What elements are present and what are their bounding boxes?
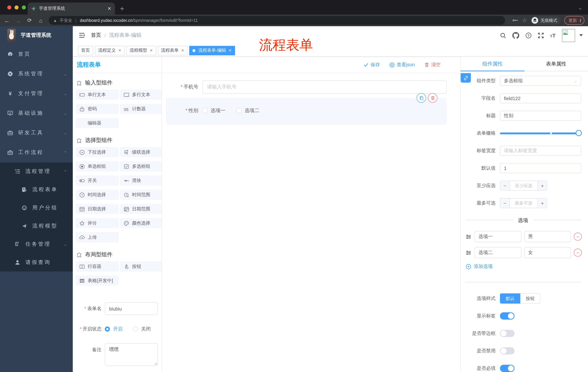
grid-slider[interactable] bbox=[500, 128, 581, 138]
palette-item[interactable]: 多行文本 bbox=[120, 90, 162, 100]
tab-component-props[interactable]: 组件属性 bbox=[461, 57, 524, 71]
form-remark-textarea[interactable]: 嘿嘿 bbox=[105, 343, 158, 366]
tag-process-def[interactable]: 流程定义✕ bbox=[95, 46, 125, 55]
browser-tab[interactable]: 芋道管理系统 ✕ bbox=[28, 2, 115, 15]
sidebar-item-home[interactable]: 首页 bbox=[0, 44, 73, 64]
minus-button[interactable]: − bbox=[500, 198, 510, 208]
tag-close-icon[interactable]: ✕ bbox=[150, 48, 153, 53]
update-button[interactable]: 更新 ••• bbox=[565, 16, 584, 25]
show-label-switch[interactable] bbox=[500, 312, 514, 319]
palette-item[interactable]: 按钮 bbox=[120, 261, 162, 272]
forward-icon[interactable]: → bbox=[15, 17, 21, 23]
drag-handle-icon[interactable] bbox=[465, 234, 472, 240]
tab-form-props[interactable]: 表单属性 bbox=[524, 57, 588, 71]
option-value-input[interactable]: 男 bbox=[524, 231, 571, 242]
border-switch[interactable] bbox=[500, 330, 514, 337]
sidebar-toggle-icon[interactable] bbox=[73, 32, 91, 39]
required-switch[interactable] bbox=[500, 365, 514, 372]
label-width-input[interactable]: 请输入标签宽度 bbox=[500, 146, 581, 156]
key-icon[interactable] bbox=[513, 18, 518, 23]
option-label-input[interactable]: 选项一 bbox=[474, 231, 521, 242]
avatar[interactable] bbox=[562, 29, 575, 42]
palette-item[interactable]: 级联选择 bbox=[120, 147, 162, 157]
tag-process-form-edit[interactable]: 流程表单-编辑✕ bbox=[189, 46, 235, 55]
palette-item[interactable]: 日期范围 bbox=[120, 204, 162, 214]
status-on-radio[interactable]: 开启 bbox=[105, 323, 123, 335]
tab-search-chevron-icon[interactable]: ⌄ bbox=[578, 5, 582, 11]
remove-option-button[interactable]: − bbox=[574, 233, 582, 241]
github-icon[interactable] bbox=[512, 32, 519, 39]
disabled-switch[interactable] bbox=[500, 347, 514, 354]
form-name-input[interactable]: biubiu bbox=[105, 302, 158, 315]
sidebar-item-process-model[interactable]: 流程模型 bbox=[0, 217, 73, 235]
sidebar-item-infra[interactable]: 基础设施 ⌄ bbox=[0, 103, 73, 123]
add-option-button[interactable]: 添加选项 bbox=[466, 263, 588, 270]
palette-item[interactable]: 评分 bbox=[76, 218, 119, 228]
reload-icon[interactable]: ⟳ bbox=[26, 17, 33, 24]
breadcrumb-home[interactable]: 首页 bbox=[91, 32, 101, 39]
min-select-stepper[interactable]: −至少应选+ bbox=[500, 181, 547, 191]
plus-button[interactable]: + bbox=[537, 198, 547, 208]
style-button-button[interactable]: 按钮 bbox=[520, 293, 540, 304]
palette-item[interactable]: 行容器 bbox=[76, 261, 119, 272]
plus-button[interactable]: + bbox=[537, 181, 547, 190]
maximize-window-button[interactable] bbox=[22, 5, 26, 10]
option2-checkbox[interactable]: 选项二 bbox=[236, 107, 259, 114]
copy-component-button[interactable] bbox=[417, 93, 426, 103]
sidebar-item-task-mgmt[interactable]: 任务管理 ⌄ bbox=[0, 235, 73, 253]
save-button[interactable]: 保存 bbox=[364, 62, 380, 68]
palette-item[interactable]: 时间范围 bbox=[120, 190, 162, 200]
bookmark-star-icon[interactable]: ☆ bbox=[522, 17, 527, 24]
palette-item[interactable]: 密码 bbox=[76, 104, 119, 114]
form-canvas[interactable]: 手机号 请输入手机号 性别 选项一 选项二 bbox=[162, 73, 460, 372]
palette-item[interactable]: 上传 bbox=[76, 232, 119, 242]
sidebar-item-leave-query[interactable]: 请假查询 bbox=[0, 253, 73, 272]
tag-close-icon[interactable]: ✕ bbox=[118, 48, 121, 53]
delete-component-button[interactable] bbox=[428, 93, 437, 103]
title-input[interactable]: 性别 bbox=[500, 111, 581, 121]
minus-button[interactable]: − bbox=[500, 181, 510, 190]
palette-item[interactable]: 开关 bbox=[76, 175, 119, 186]
option-value-input[interactable]: 女 bbox=[524, 247, 571, 258]
sidebar-item-system[interactable]: 系统管理 ⌄ bbox=[0, 64, 73, 84]
status-off-radio[interactable]: 关闭 bbox=[133, 323, 151, 335]
link-badge[interactable] bbox=[461, 73, 471, 83]
question-icon[interactable]: ? bbox=[525, 32, 531, 38]
palette-item[interactable]: 编辑器 bbox=[76, 118, 119, 128]
style-default-button[interactable]: 默认 bbox=[500, 293, 520, 304]
phone-field-row[interactable]: 手机号 请输入手机号 bbox=[166, 80, 447, 94]
avatar-caret-icon[interactable] bbox=[579, 34, 583, 36]
browser-menu-icon[interactable]: ••• bbox=[580, 19, 581, 22]
tag-close-icon[interactable]: ✕ bbox=[181, 48, 184, 53]
font-size-icon[interactable]: TT bbox=[550, 32, 556, 38]
tag-process-form[interactable]: 流程表单✕ bbox=[158, 46, 188, 55]
option-label-input[interactable]: 选项二 bbox=[474, 247, 521, 258]
address-bar[interactable]: ▲ 不安全 dashboard.yudao.iocoder.cn/bpm/man… bbox=[49, 16, 505, 25]
home-icon[interactable]: ⌂ bbox=[37, 17, 44, 23]
palette-item[interactable]: 多选框组 bbox=[120, 161, 162, 171]
component-type-select[interactable]: 多选框组⌄ bbox=[500, 76, 581, 86]
window-controls[interactable] bbox=[7, 5, 26, 10]
view-json-button[interactable]: 查看json bbox=[389, 62, 415, 68]
drag-handle-icon[interactable] bbox=[465, 250, 472, 256]
sidebar-item-process-mgmt[interactable]: 流程管理 ⌃ bbox=[0, 162, 73, 181]
back-icon[interactable]: ← bbox=[4, 17, 10, 23]
palette-item[interactable]: 日期选择 bbox=[76, 204, 119, 214]
tag-home[interactable]: 首页 bbox=[78, 46, 93, 55]
selected-component-gender[interactable]: 性别 选项一 选项二 bbox=[166, 98, 447, 125]
palette-item[interactable]: 滑块 bbox=[120, 175, 162, 186]
tag-close-icon[interactable]: ✕ bbox=[229, 48, 231, 53]
palette-item[interactable]: 时间选择 bbox=[76, 190, 119, 200]
default-value-input[interactable]: 1 bbox=[500, 163, 581, 173]
slider-handle[interactable] bbox=[576, 130, 582, 136]
palette-item[interactable]: 单选框组 bbox=[76, 161, 119, 171]
phone-input[interactable]: 请输入手机号 bbox=[202, 80, 447, 94]
fullscreen-icon[interactable] bbox=[538, 32, 544, 38]
close-window-button[interactable] bbox=[7, 5, 11, 10]
sidebar-item-workflow[interactable]: 工作流程 ⌃ bbox=[0, 143, 73, 162]
tab-close-icon[interactable]: ✕ bbox=[107, 6, 111, 11]
search-icon[interactable] bbox=[500, 32, 506, 38]
max-select-stepper[interactable]: −最多可选+ bbox=[500, 198, 547, 208]
palette-item[interactable]: 表格[开发中] bbox=[76, 276, 119, 286]
palette-item[interactable]: 单行文本 bbox=[76, 90, 119, 100]
